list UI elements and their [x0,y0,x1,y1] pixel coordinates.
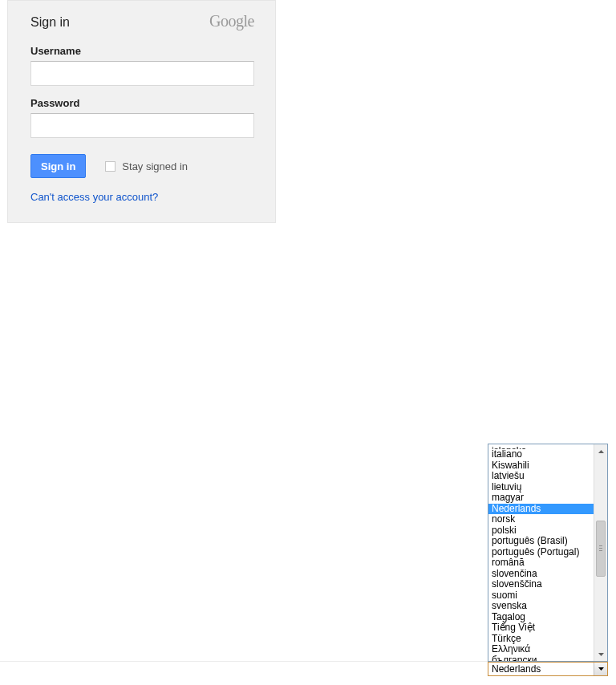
svg-marker-1 [598,653,604,656]
language-option[interactable]: polski [488,525,594,537]
stay-signed-in[interactable]: Stay signed in [105,160,188,172]
language-option[interactable]: svenska [488,601,594,612]
language-option[interactable]: italiano [488,449,594,460]
stay-signed-in-checkbox[interactable] [105,161,116,172]
signin-header: Sign in Google [30,12,254,30]
language-option[interactable]: Kiswahili [488,460,594,472]
action-row: Sign in Stay signed in [30,154,254,178]
language-option[interactable]: slovenščina [488,579,594,590]
language-option[interactable]: slovenčina [488,569,594,580]
signin-panel: Sign in Google Username Password Sign in… [7,0,276,223]
password-label: Password [30,97,254,109]
language-option[interactable]: Türkçe [488,634,594,645]
language-option[interactable]: Tiếng Việt [488,622,594,634]
signin-title: Sign in [30,15,70,30]
language-option[interactable]: norsk [488,514,594,525]
language-option[interactable]: română [488,557,594,569]
password-input[interactable] [30,113,254,138]
google-logo: Google [209,12,254,30]
language-options[interactable]: islenska italiano Kiswahili latviešu lie… [488,444,594,661]
scrollbar[interactable] [594,444,607,661]
username-input[interactable] [30,61,254,86]
language-listbox[interactable]: islenska italiano Kiswahili latviešu lie… [488,444,608,662]
username-label: Username [30,45,254,57]
language-select-value: Nederlands [488,663,594,675]
language-select[interactable]: Nederlands [488,662,608,676]
footer-divider [0,661,488,662]
language-option[interactable]: magyar [488,492,594,504]
svg-marker-0 [598,450,604,453]
language-option[interactable]: Ελληνικά [488,644,594,655]
svg-marker-2 [598,667,604,671]
cant-access-link[interactable]: Can't access your account? [30,191,158,203]
stay-signed-in-label: Stay signed in [122,160,188,172]
language-option[interactable]: islenska [488,444,594,449]
chevron-up-icon [598,450,604,453]
scroll-up-button[interactable] [594,444,607,458]
language-option[interactable]: lietuvių [488,482,594,493]
scrollbar-track[interactable] [594,458,607,647]
language-option[interactable]: suomi [488,590,594,602]
language-option[interactable]: português (Brasil) [488,536,594,547]
chevron-down-icon [598,653,604,656]
dropdown-arrow-icon [594,663,607,675]
signin-button[interactable]: Sign in [30,154,86,178]
language-option-selected[interactable]: Nederlands [488,504,594,515]
scroll-down-button[interactable] [594,647,607,661]
language-option[interactable]: Tagalog [488,612,594,623]
language-option[interactable]: latviešu [488,471,594,482]
language-option[interactable]: português (Portugal) [488,547,594,558]
scrollbar-thumb[interactable] [596,521,606,577]
language-option[interactable]: български [488,655,594,661]
